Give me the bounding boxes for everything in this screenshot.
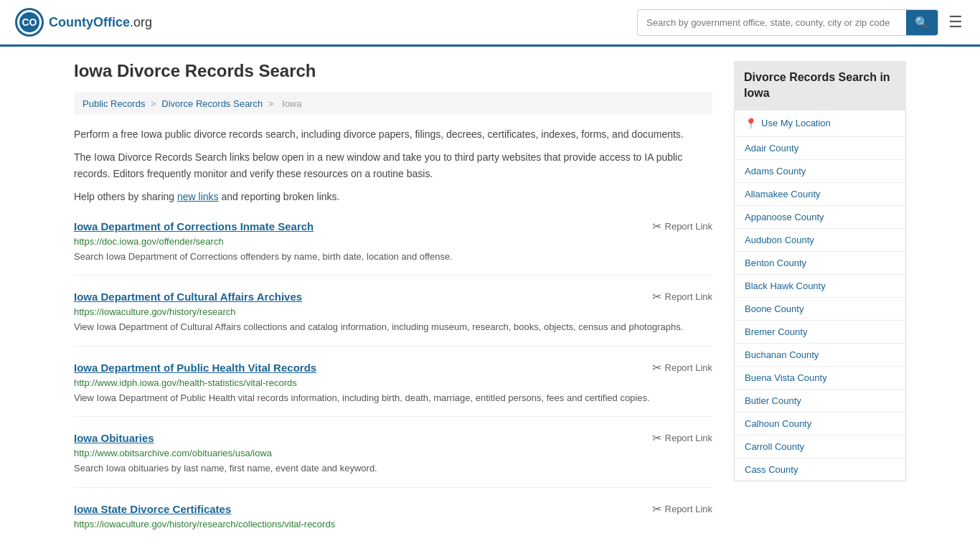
result-desc-1: View Iowa Department of Cultural Affairs… [74,320,712,334]
county-item-11[interactable]: Butler County [735,390,905,413]
breadcrumb-divorce-records[interactable]: Divorce Records Search [161,98,263,109]
report-link-0[interactable]: ✂ Report Link [652,220,712,233]
search-input[interactable] [638,11,906,34]
header: CO CountyOffice.org 🔍 ☰ [0,0,980,47]
page-container: Iowa Divorce Records Search Public Recor… [60,47,920,551]
result-header: Iowa Department of Public Health Vital R… [74,361,712,375]
result-desc-3: Search Iowa obituaries by last name, fir… [74,461,712,476]
scissors-icon: ✂ [652,290,661,303]
use-my-location[interactable]: 📍 Use My Location [735,110,905,137]
county-item-2[interactable]: Allamakee County [735,183,905,206]
sidebar-header: Divorce Records Search in Iowa [734,61,906,110]
logo-icon: CO [14,7,44,37]
result-header: Iowa Department of Corrections Inmate Se… [74,220,712,233]
use-my-location-label: Use My Location [761,118,831,128]
scissors-icon: ✂ [652,220,661,233]
result-title-2[interactable]: Iowa Department of Public Health Vital R… [74,362,316,374]
county-item-5[interactable]: Benton County [735,252,905,275]
header-right: 🔍 ☰ [637,9,966,36]
county-item-14[interactable]: Cass County [735,458,905,481]
menu-button[interactable]: ☰ [946,10,966,34]
sidebar-list: 📍 Use My Location Adair CountyAdams Coun… [734,110,906,481]
scissors-icon: ✂ [652,502,661,516]
county-item-3[interactable]: Appanoose County [735,206,905,229]
main-content: Iowa Divorce Records Search Public Recor… [74,61,712,544]
result-item: Iowa Department of Public Health Vital R… [74,361,712,418]
county-item-1[interactable]: Adams County [735,160,905,183]
result-title-4[interactable]: Iowa State Divorce Certificates [74,503,231,515]
counties-container: Adair CountyAdams CountyAllamakee County… [735,137,905,481]
breadcrumb-sep-2: > [268,98,276,109]
breadcrumb-iowa: Iowa [282,98,301,109]
county-item-0[interactable]: Adair County [735,137,905,160]
result-item: Iowa Department of Cultural Affairs Arch… [74,290,712,347]
result-header: Iowa Obituaries ✂ Report Link [74,431,712,445]
desc3-post: and reporting broken links. [219,191,340,202]
desc3-pre: Help others by sharing [74,191,177,202]
svg-text:CO: CO [22,17,37,28]
result-url-3[interactable]: http://www.obitsarchive.com/obituaries/u… [74,448,712,458]
new-links-link[interactable]: new links [177,191,219,202]
result-header: Iowa State Divorce Certificates ✂ Report… [74,502,712,516]
scissors-icon: ✂ [652,361,661,375]
breadcrumb-sep-1: > [151,98,159,109]
result-desc-0: Search Iowa Department of Corrections of… [74,250,712,264]
result-url-1[interactable]: https://iowaculture.gov/history/research [74,306,712,317]
county-item-6[interactable]: Black Hawk County [735,275,905,298]
report-link-3[interactable]: ✂ Report Link [652,431,712,445]
result-url-2[interactable]: http://www.idph.iowa.gov/health-statisti… [74,377,712,388]
county-item-12[interactable]: Calhoun County [735,413,905,435]
county-item-8[interactable]: Bremer County [735,321,905,344]
result-title-1[interactable]: Iowa Department of Cultural Affairs Arch… [74,291,302,303]
scissors-icon: ✂ [652,431,661,445]
search-button[interactable]: 🔍 [906,10,938,35]
county-item-7[interactable]: Boone County [735,298,905,321]
county-item-9[interactable]: Buchanan County [735,344,905,367]
result-item: Iowa Obituaries ✂ Report Link http://www… [74,431,712,488]
county-item-4[interactable]: Audubon County [735,229,905,252]
breadcrumb: Public Records > Divorce Records Search … [74,93,712,115]
result-item: Iowa State Divorce Certificates ✂ Report… [74,502,712,544]
result-title-0[interactable]: Iowa Department of Corrections Inmate Se… [74,220,314,232]
report-link-1[interactable]: ✂ Report Link [652,290,712,303]
result-url-4[interactable]: https://iowaculture.gov/history/research… [74,519,712,529]
result-title-3[interactable]: Iowa Obituaries [74,432,154,444]
county-item-13[interactable]: Carroll County [735,435,905,458]
location-icon: 📍 [745,118,757,129]
logo-text: CountyOffice.org [49,15,152,30]
result-item: Iowa Department of Corrections Inmate Se… [74,220,712,276]
description-1: Perform a free Iowa public divorce recor… [74,126,712,142]
results-container: Iowa Department of Corrections Inmate Se… [74,220,712,544]
page-title: Iowa Divorce Records Search [74,61,712,81]
report-link-4[interactable]: ✂ Report Link [652,502,712,516]
description-2: The Iowa Divorce Records Search links be… [74,149,712,182]
report-link-2[interactable]: ✂ Report Link [652,361,712,375]
description-3: Help others by sharing new links and rep… [74,189,712,204]
breadcrumb-public-records[interactable]: Public Records [83,98,145,109]
logo-area: CO CountyOffice.org [14,7,152,37]
result-header: Iowa Department of Cultural Affairs Arch… [74,290,712,303]
result-desc-2: View Iowa Department of Public Health vi… [74,391,712,405]
search-bar: 🔍 [637,9,938,36]
county-item-10[interactable]: Buena Vista County [735,367,905,390]
sidebar: Divorce Records Search in Iowa 📍 Use My … [734,61,906,544]
result-url-0[interactable]: https://doc.iowa.gov/offender/search [74,236,712,247]
